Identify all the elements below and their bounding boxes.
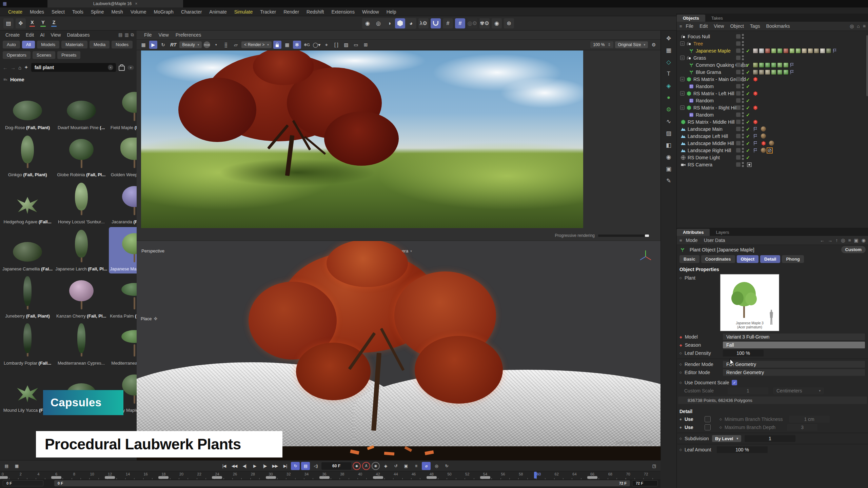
tab-layers[interactable]: Layers bbox=[710, 229, 735, 236]
edit-state-toggle[interactable] bbox=[736, 120, 741, 124]
edit-state-toggle[interactable] bbox=[736, 41, 741, 46]
search-box[interactable]: × bbox=[31, 63, 116, 72]
object-tree-row[interactable]: Landscape Middle Hill✓ bbox=[677, 140, 868, 147]
current-frame-field[interactable]: 60 F bbox=[321, 462, 351, 470]
add-icon[interactable]: ⊞ bbox=[362, 41, 370, 49]
attr-tab-detail[interactable]: Detail bbox=[760, 255, 780, 263]
rv-menu-view[interactable]: View bbox=[156, 32, 172, 38]
plant-thumbnail[interactable]: Japanese Maple 3 (Acer palmatum) bbox=[720, 274, 779, 331]
ab-menu-ai[interactable]: AI bbox=[37, 32, 47, 38]
menu-animate[interactable]: Animate bbox=[206, 9, 230, 15]
frame-tick[interactable]: 16 bbox=[143, 472, 147, 476]
ab-menu-view[interactable]: View bbox=[48, 32, 63, 38]
attr-tab-object[interactable]: Object bbox=[737, 255, 758, 263]
edit-state-toggle[interactable] bbox=[736, 84, 741, 88]
material-swatch[interactable] bbox=[783, 48, 789, 54]
material-swatch[interactable] bbox=[771, 62, 776, 68]
frame-tick[interactable]: 30 bbox=[269, 472, 273, 476]
spline-tool-icon[interactable]: ∿ bbox=[664, 117, 674, 126]
search-input[interactable] bbox=[34, 64, 106, 70]
autokey-button[interactable]: A bbox=[362, 462, 370, 470]
frame-tick[interactable]: 54 bbox=[483, 472, 487, 476]
om-tags[interactable]: Tags bbox=[747, 23, 763, 29]
asset-item[interactable]: Honey Locust 'Sunbur... bbox=[54, 180, 108, 226]
asset-item[interactable]: Ginkgo (Fall, Plant) bbox=[1, 133, 54, 179]
subdivision-field[interactable]: 1 bbox=[745, 435, 795, 442]
keyframe-marker[interactable] bbox=[319, 476, 330, 479]
edit-state-toggle[interactable] bbox=[736, 155, 741, 160]
cloth-tool-icon[interactable]: ◈ bbox=[664, 81, 674, 90]
circle-dropdown-icon[interactable]: ◯▾ bbox=[313, 41, 321, 49]
frame-tick[interactable]: 56 bbox=[501, 472, 505, 476]
menu-modes[interactable]: Modes bbox=[26, 9, 47, 15]
leaf-amount-field[interactable]: 100 % bbox=[717, 446, 768, 453]
object-tree-row[interactable]: Landscape Right Hill✓ bbox=[677, 147, 868, 154]
snapshot-icon[interactable]: ✻ bbox=[293, 41, 301, 49]
frame-tick[interactable]: 60 bbox=[537, 472, 541, 476]
lock-icon[interactable] bbox=[273, 41, 281, 49]
frame-tick[interactable]: 44 bbox=[394, 472, 398, 476]
key-diamond-icon[interactable]: ◇ bbox=[679, 276, 682, 280]
expand-toggle[interactable]: − bbox=[680, 41, 685, 46]
position-key-button[interactable]: ◈ bbox=[381, 462, 390, 470]
material-swatch[interactable] bbox=[789, 48, 795, 54]
grid-icon[interactable]: ▦ bbox=[283, 41, 291, 49]
loop-button[interactable]: ↻ bbox=[291, 462, 300, 470]
asset-item[interactable]: Japanese Larch (Fall, Pl... bbox=[54, 227, 108, 273]
filter-icon[interactable]: ≡ bbox=[848, 238, 851, 243]
object-tree-row[interactable]: Landscape Main✓ bbox=[677, 125, 868, 133]
rv-menu-preferences[interactable]: Preferences bbox=[173, 32, 204, 38]
keyframe-marker[interactable] bbox=[212, 476, 222, 479]
material-swatch[interactable] bbox=[759, 62, 764, 68]
frame-tick[interactable]: 2 bbox=[20, 472, 22, 476]
next-key-button[interactable]: ▶▶ bbox=[271, 462, 279, 470]
layout-grid-icon[interactable]: ▦ bbox=[664, 46, 674, 55]
editor-mode-dropdown[interactable]: Render Geometry bbox=[723, 369, 865, 376]
filter-models[interactable]: Models bbox=[37, 41, 59, 48]
object-tree-row[interactable]: Random✓ bbox=[677, 97, 868, 104]
edit-state-toggle[interactable] bbox=[736, 105, 741, 110]
ab-corner-icon-1[interactable]: ▥ bbox=[124, 32, 129, 38]
region-icon[interactable]: [ ] bbox=[332, 41, 340, 49]
menu-tracker[interactable]: Tracker bbox=[257, 9, 279, 15]
pen-tool-icon[interactable]: ✎ bbox=[664, 176, 674, 185]
material-swatch[interactable] bbox=[826, 48, 831, 54]
visibility-dots[interactable] bbox=[742, 48, 744, 54]
hamburger-icon[interactable]: ≡ bbox=[679, 24, 682, 29]
material-sphere-tag[interactable] bbox=[761, 134, 766, 139]
custom-button[interactable]: Custom bbox=[841, 246, 866, 253]
object-tree-row[interactable]: −Tree bbox=[677, 40, 868, 47]
filter-operators[interactable]: Operators bbox=[3, 51, 31, 59]
material-swatch[interactable] bbox=[802, 48, 807, 54]
edit-state-toggle[interactable] bbox=[736, 162, 741, 167]
asset-item[interactable]: Hedgehog Agave (Fall... bbox=[1, 180, 54, 226]
prev-frame-button[interactable]: ◀| bbox=[240, 462, 249, 470]
favorites-icon[interactable]: ✦ bbox=[24, 64, 28, 70]
menu-volume[interactable]: Volume bbox=[127, 9, 150, 15]
visibility-dots[interactable] bbox=[742, 83, 744, 89]
perspective-viewport[interactable]: Perspective RS Camera▾ Place✥ bbox=[137, 241, 660, 461]
material-swatch[interactable] bbox=[753, 62, 758, 68]
edit-state-toggle[interactable] bbox=[736, 134, 741, 138]
material-swatch[interactable] bbox=[765, 48, 770, 54]
object-tree-row[interactable]: −RS Matrix - Left Hill✓ bbox=[677, 90, 868, 97]
material-swatch[interactable] bbox=[771, 48, 776, 54]
keyframe-selection-button[interactable]: ◉ bbox=[372, 462, 380, 470]
edit-state-toggle[interactable] bbox=[736, 98, 741, 103]
menu-mesh[interactable]: Mesh bbox=[108, 9, 126, 15]
undo-doc-icon[interactable]: ▤ bbox=[3, 18, 14, 28]
object-tree-row[interactable]: Blue Grama✓ bbox=[677, 68, 868, 76]
edit-state-toggle[interactable] bbox=[736, 63, 741, 67]
frame-tick[interactable]: 70 bbox=[626, 472, 630, 476]
object-tree-row[interactable]: Random✓ bbox=[677, 83, 868, 90]
om-bookmarks[interactable]: Bookmarks bbox=[763, 23, 793, 29]
mode-icon-1[interactable]: ◎ bbox=[373, 18, 383, 28]
subdivision-mode-dropdown[interactable]: By Level▾ bbox=[712, 435, 741, 442]
ab-menu-databases[interactable]: Databases bbox=[64, 32, 92, 38]
close-icon[interactable]: × bbox=[135, 1, 137, 6]
next-frame-button[interactable]: |▶ bbox=[260, 462, 269, 470]
expand-timeline-button[interactable]: ◳ bbox=[650, 462, 658, 470]
frame-tick[interactable]: 24 bbox=[215, 472, 219, 476]
filter-all[interactable]: All bbox=[22, 41, 35, 48]
visibility-dots[interactable] bbox=[742, 112, 744, 118]
